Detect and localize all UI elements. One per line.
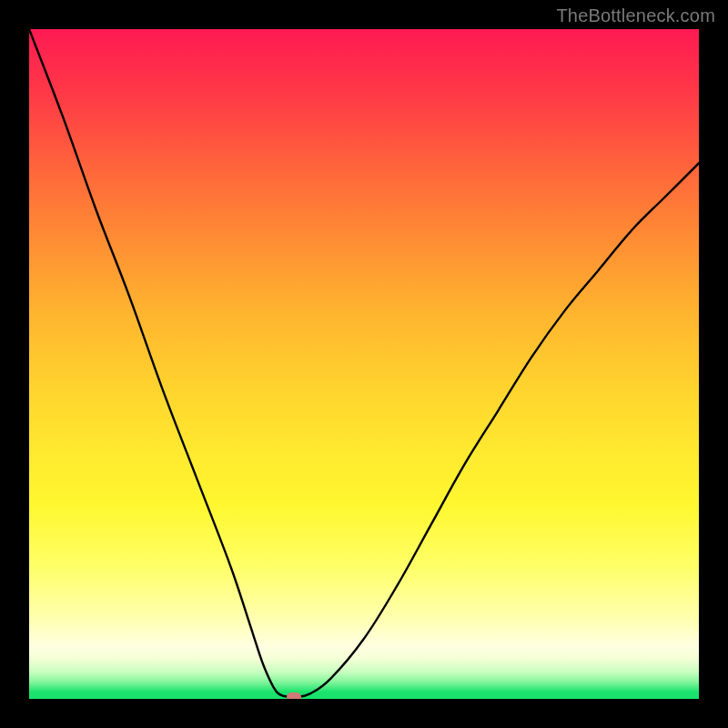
bottleneck-curve bbox=[29, 29, 699, 697]
curve-layer bbox=[29, 29, 699, 699]
minimum-marker bbox=[287, 693, 301, 699]
watermark-text: TheBottleneck.com bbox=[556, 5, 715, 26]
chart-frame: TheBottleneck.com bbox=[0, 0, 728, 728]
plot-area bbox=[29, 29, 699, 699]
